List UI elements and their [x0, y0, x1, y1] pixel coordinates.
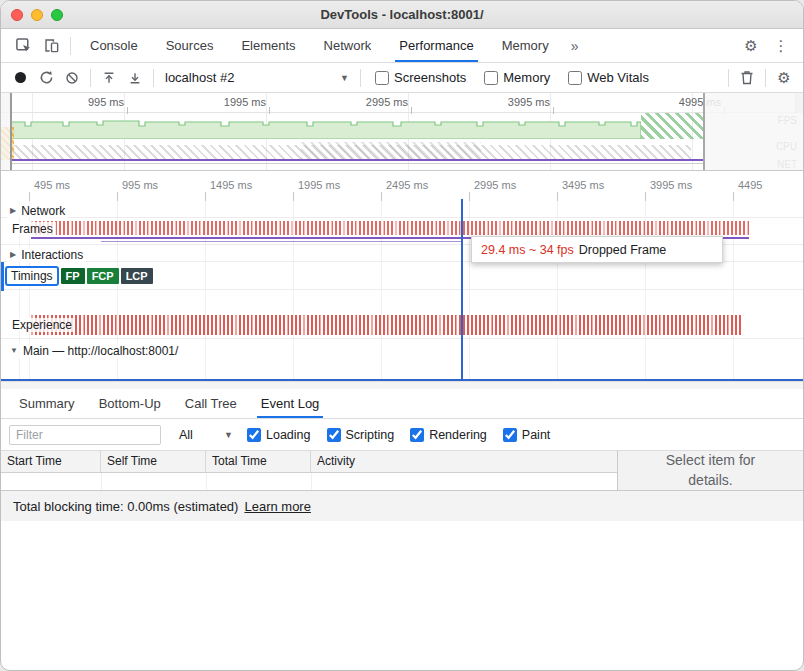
table-header-row: Start Time Self Time Total Time Activity [1, 451, 617, 473]
memory-checkbox[interactable]: Memory [484, 70, 550, 85]
selected-track-bracket [1, 262, 4, 291]
device-toolbar-icon [43, 37, 60, 54]
loading-checkbox[interactable]: Loading [247, 428, 311, 442]
rendering-checkbox-input[interactable] [410, 428, 424, 442]
more-tabs-button[interactable]: » [563, 38, 587, 54]
event-log-filter-bar: All ▼ Loading Scripting Rendering Paint [1, 419, 803, 451]
divider [765, 69, 766, 87]
tab-console[interactable]: Console [76, 29, 152, 62]
column-separator [206, 473, 207, 490]
frames-duration-line-2 [101, 241, 461, 242]
duration-filter-select[interactable]: All ▼ [173, 424, 239, 446]
frames-track-label[interactable]: Frames [9, 222, 56, 236]
inspect-element-button[interactable] [9, 33, 37, 59]
lcp-marker: LCP [121, 268, 153, 284]
timings-markers: Timings FP FCP LCP [5, 266, 153, 286]
column-header-activity[interactable]: Activity [311, 451, 617, 472]
tab-sources[interactable]: Sources [152, 29, 228, 62]
clear-recording-button[interactable] [59, 66, 85, 90]
tab-summary[interactable]: Summary [7, 389, 87, 418]
tab-performance[interactable]: Performance [385, 29, 487, 62]
layout-shift-band[interactable] [31, 315, 743, 335]
tab-memory[interactable]: Memory [488, 29, 563, 62]
upload-icon [102, 71, 116, 85]
devtools-window: DevTools - localhost:8001/ Console Sourc… [0, 0, 804, 671]
interactions-track-toggle[interactable]: ▶ Interactions [7, 248, 86, 262]
load-profile-button[interactable] [96, 66, 122, 90]
chevron-right-icon: ▶ [10, 250, 16, 259]
track-timings: Timings FP FCP LCP [1, 262, 803, 290]
record-button[interactable] [7, 66, 33, 90]
overview-left-handle[interactable] [10, 93, 12, 171]
column-header-total-time[interactable]: Total Time [206, 451, 311, 472]
fp-marker: FP [61, 268, 85, 284]
column-separator [311, 473, 312, 490]
timeline-overview[interactable]: 995 ms 1995 ms 2995 ms 3995 ms 4995 ms F… [1, 93, 803, 171]
close-button[interactable] [11, 9, 23, 21]
chevron-down-icon: ▼ [224, 430, 233, 440]
rendering-checkbox[interactable]: Rendering [410, 428, 487, 442]
zoom-button[interactable] [51, 9, 63, 21]
main-menu-button[interactable]: ⋮ [767, 33, 795, 59]
tab-network[interactable]: Network [310, 29, 386, 62]
loading-checkbox-input[interactable] [247, 428, 261, 442]
painting-checkbox[interactable]: Paint [503, 428, 551, 442]
track-main: ▼ Main — http://localhost:8001/ [1, 341, 803, 359]
panel-tabs: Console Sources Elements Network Perform… [76, 29, 563, 62]
tab-elements[interactable]: Elements [227, 29, 309, 62]
save-profile-button[interactable] [122, 66, 148, 90]
playhead-line[interactable] [461, 199, 463, 379]
tooltip-metric: 29.4 ms ~ 34 fps [481, 243, 574, 257]
reload-and-record-button[interactable] [33, 66, 59, 90]
timings-track-label[interactable]: Timings [5, 266, 59, 286]
history-select[interactable]: localhost #2 ▼ [159, 67, 355, 89]
devtools-tab-bar: Console Sources Elements Network Perform… [1, 29, 803, 63]
event-log-content: Start Time Self Time Total Time Activity… [1, 451, 803, 490]
screenshots-checkbox-input[interactable] [375, 71, 389, 85]
column-header-start-time[interactable]: Start Time [1, 451, 101, 472]
timeline-tick-label: 1495 ms [210, 179, 252, 191]
overview-dim-left [1, 93, 10, 171]
overview-tick-label: 3995 ms [506, 96, 550, 108]
minimize-button[interactable] [31, 9, 43, 21]
inspect-icon [15, 37, 32, 54]
learn-more-link[interactable]: Learn more [244, 499, 310, 514]
main-track-toggle[interactable]: ▼ Main — http://localhost:8001/ [7, 344, 181, 358]
empty-selection-message: Select item for details. [646, 451, 776, 490]
web-vitals-checkbox[interactable]: Web Vitals [568, 70, 649, 85]
cpu-chart-peak [301, 142, 481, 159]
filter-input[interactable] [9, 425, 161, 445]
details-tab-bar: Summary Bottom-Up Call Tree Event Log [1, 389, 803, 419]
divider [360, 69, 361, 87]
tabbar-right-controls: ⚙ ⋮ [737, 33, 795, 59]
overview-right-handle[interactable] [703, 93, 803, 171]
screenshots-checkbox[interactable]: Screenshots [375, 70, 466, 85]
reload-icon [39, 70, 54, 85]
divider [153, 69, 154, 87]
settings-button[interactable]: ⚙ [737, 33, 765, 59]
horizontal-scrollbar[interactable] [1, 381, 803, 389]
track-experience: Experience [1, 312, 803, 339]
cpu-baseline [11, 159, 703, 161]
scripting-checkbox[interactable]: Scripting [327, 428, 395, 442]
memory-checkbox-input[interactable] [484, 71, 498, 85]
web-vitals-checkbox-input[interactable] [568, 71, 582, 85]
network-track-toggle[interactable]: ▶ Network [7, 204, 68, 218]
tab-bottom-up[interactable]: Bottom-Up [87, 389, 173, 418]
fps-hatched-region [641, 113, 703, 139]
net-activity-line [11, 163, 703, 164]
flame-chart[interactable]: 495 ms 995 ms 1495 ms 1995 ms 2495 ms 29… [1, 171, 803, 389]
device-toolbar-button[interactable] [37, 33, 65, 59]
painting-checkbox-input[interactable] [503, 428, 517, 442]
tab-event-log[interactable]: Event Log [249, 389, 332, 418]
timeline-tick-label: 3495 ms [562, 179, 604, 191]
column-header-self-time[interactable]: Self Time [101, 451, 206, 472]
experience-track-label[interactable]: Experience [9, 318, 75, 332]
scripting-checkbox-input[interactable] [327, 428, 341, 442]
capture-settings-button[interactable]: ⚙ [771, 66, 797, 90]
timeline-tick-label: 2995 ms [474, 179, 516, 191]
delete-recording-button[interactable] [734, 66, 760, 90]
tab-call-tree[interactable]: Call Tree [173, 389, 249, 418]
dropped-frames-band[interactable] [31, 221, 749, 235]
dropped-frame-tooltip: 29.4 ms ~ 34 fps Dropped Frame [471, 236, 723, 263]
